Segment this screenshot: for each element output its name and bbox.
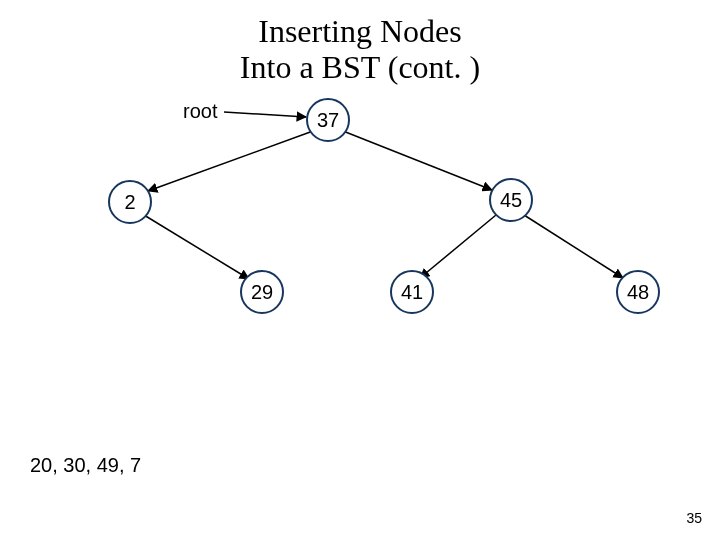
root-label: root	[183, 100, 217, 123]
node-right-left: 41	[390, 270, 434, 314]
node-value: 37	[317, 109, 339, 132]
slide-title-line1: Inserting Nodes	[0, 14, 720, 49]
node-right: 45	[489, 178, 533, 222]
node-value: 2	[124, 191, 135, 214]
node-value: 29	[251, 281, 273, 304]
svg-line-4	[420, 215, 496, 278]
node-left-right: 29	[240, 270, 284, 314]
node-value: 41	[401, 281, 423, 304]
node-value: 45	[500, 189, 522, 212]
svg-line-3	[144, 215, 249, 279]
node-root: 37	[306, 98, 350, 142]
svg-line-2	[343, 131, 492, 190]
node-right-right: 48	[616, 270, 660, 314]
slide-title-line2: Into a BST (cont. )	[0, 50, 720, 85]
node-left: 2	[108, 180, 152, 224]
insertion-sequence: 20, 30, 49, 7	[30, 454, 141, 477]
page-number: 35	[686, 510, 702, 526]
svg-line-0	[224, 112, 306, 117]
node-value: 48	[627, 281, 649, 304]
svg-line-1	[148, 131, 313, 191]
svg-line-5	[524, 215, 623, 278]
